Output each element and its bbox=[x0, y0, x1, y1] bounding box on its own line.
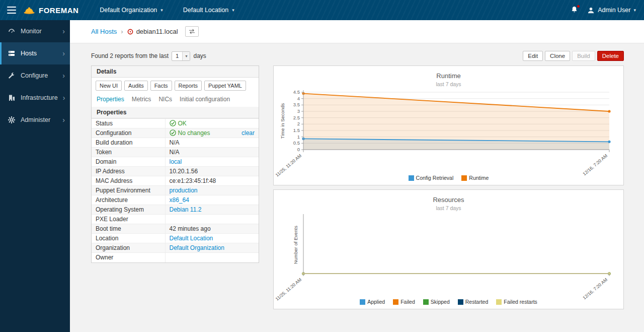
tab-initial-configuration[interactable]: Initial configuration bbox=[180, 96, 230, 103]
reports-found-text: Found 2 reports from the last bbox=[91, 52, 169, 59]
legend-label: Restarted bbox=[465, 299, 489, 305]
legend-item[interactable]: Failed restarts bbox=[496, 299, 537, 305]
property-row: TokenN/A bbox=[92, 148, 259, 157]
resources-chart: 11/25, 11:20 AM12/16, 7:20 AMNumber of E… bbox=[275, 213, 622, 289]
property-label: Domain bbox=[92, 157, 165, 167]
legend-label: Config Retrieval bbox=[416, 175, 454, 181]
report-days-select[interactable]: 1 ▼ bbox=[172, 51, 190, 61]
properties-header: Properties bbox=[92, 107, 259, 118]
legend-item[interactable]: Skipped bbox=[423, 299, 450, 305]
menu-toggle-button[interactable] bbox=[0, 0, 23, 20]
reports-found-suffix: days bbox=[193, 52, 206, 59]
sidebar-item-infrastructure[interactable]: Infrastructure › bbox=[0, 87, 70, 109]
legend-item[interactable]: Runtime bbox=[461, 175, 489, 181]
property-value-link[interactable]: Debian 11.2 bbox=[170, 206, 202, 213]
building-icon bbox=[8, 94, 16, 102]
legend-item[interactable]: Failed bbox=[393, 299, 415, 305]
property-label: Token bbox=[92, 148, 165, 157]
svg-text:0: 0 bbox=[297, 147, 299, 152]
breadcrumb-all-hosts-link[interactable]: All Hosts bbox=[91, 28, 117, 35]
property-row: LocationDefault Location bbox=[92, 234, 259, 243]
sidebar-item-hosts[interactable]: Hosts › bbox=[0, 42, 70, 64]
tab-nics[interactable]: NICs bbox=[158, 96, 172, 103]
chevron-down-icon: ▾ bbox=[232, 8, 234, 13]
property-label: Configuration bbox=[92, 128, 165, 138]
ok-icon bbox=[170, 129, 178, 137]
property-value-link[interactable]: x86_64 bbox=[170, 196, 189, 204]
svg-text:4: 4 bbox=[297, 96, 299, 101]
report-days-value: 1 bbox=[172, 52, 182, 60]
property-label: Location bbox=[92, 234, 165, 243]
svg-text:3.5: 3.5 bbox=[293, 102, 299, 107]
edit-button[interactable]: Edit bbox=[523, 51, 543, 61]
sidebar-item-monitor[interactable]: Monitor › bbox=[0, 20, 70, 42]
details-tabs: Properties Metrics NICs Initial configur… bbox=[92, 94, 259, 107]
property-value-link[interactable]: production bbox=[170, 187, 198, 194]
property-value-link[interactable]: Default Organization bbox=[170, 244, 224, 251]
audits-button[interactable]: Audits bbox=[124, 81, 148, 91]
build-button[interactable]: Build bbox=[572, 51, 595, 61]
property-row: Operating SystemDebian 11.2 bbox=[92, 205, 259, 215]
top-navbar: FOREMAN Default Organization ▾ Default L… bbox=[0, 0, 644, 20]
tab-properties[interactable]: Properties bbox=[97, 96, 124, 103]
legend-swatch bbox=[360, 299, 365, 305]
details-header: Details bbox=[92, 66, 259, 78]
svg-text:1.5: 1.5 bbox=[293, 127, 299, 133]
svg-text:2: 2 bbox=[297, 121, 299, 126]
legend-swatch bbox=[496, 299, 502, 305]
property-value: No changes bbox=[178, 129, 210, 137]
organization-label: Default Organization bbox=[100, 7, 157, 14]
property-row: Puppet Environmentproduction bbox=[92, 186, 259, 195]
puppet-yaml-button[interactable]: Puppet YAML bbox=[204, 81, 246, 91]
legend-item[interactable]: Restarted bbox=[458, 299, 489, 305]
sidebar-item-administer[interactable]: Administer › bbox=[0, 109, 70, 131]
location-switcher[interactable]: Default Location ▾ bbox=[173, 0, 245, 20]
legend-swatch bbox=[423, 299, 429, 305]
runtime-chart-card: Runtime last 7 days 00.511.522.533.544.5… bbox=[273, 65, 624, 185]
property-label: Operating System bbox=[92, 205, 165, 215]
delete-button[interactable]: Delete bbox=[597, 51, 624, 61]
tab-metrics[interactable]: Metrics bbox=[132, 96, 151, 103]
legend-item[interactable]: Config Retrieval bbox=[409, 175, 454, 181]
clear-link[interactable]: clear bbox=[242, 129, 255, 137]
reports-button[interactable]: Reports bbox=[175, 81, 202, 91]
organization-switcher[interactable]: Default Organization ▾ bbox=[90, 0, 173, 20]
property-value-link[interactable]: local bbox=[170, 158, 182, 165]
clone-button[interactable]: Clone bbox=[545, 51, 570, 61]
main-content: All Hosts › debian11.local Found 2 repor… bbox=[70, 20, 644, 332]
sidebar: Monitor › Hosts › Configure › Infrastruc… bbox=[0, 20, 70, 332]
brand[interactable]: FOREMAN bbox=[23, 6, 78, 15]
ui-switcher-button[interactable] bbox=[185, 26, 199, 37]
breadcrumb-current: debian11.local bbox=[127, 28, 178, 35]
legend-label: Applied bbox=[367, 299, 385, 305]
sidebar-item-label: Hosts bbox=[21, 50, 37, 57]
wrench-icon bbox=[8, 72, 16, 80]
properties-table: StatusOKConfigurationNo changesclearBuil… bbox=[92, 118, 259, 262]
property-value-link[interactable]: Default Location bbox=[170, 235, 213, 242]
user-name: Admin User bbox=[598, 7, 630, 14]
property-row: OrganizationDefault Organization bbox=[92, 243, 259, 253]
user-menu[interactable]: Admin User ▾ bbox=[587, 7, 636, 14]
property-label: MAC Address bbox=[92, 176, 165, 186]
legend-item[interactable]: Applied bbox=[360, 299, 385, 305]
notifications-button[interactable] bbox=[567, 5, 582, 16]
property-value: 10.20.1.56 bbox=[170, 168, 198, 175]
chevron-down-icon: ▾ bbox=[160, 8, 163, 13]
property-label: Boot time bbox=[92, 224, 165, 234]
chevron-right-icon: › bbox=[62, 72, 65, 79]
legend-label: Failed restarts bbox=[504, 299, 537, 305]
chart-subtitle: last 7 days bbox=[274, 205, 623, 211]
property-label: IP Address bbox=[92, 167, 165, 176]
sidebar-item-configure[interactable]: Configure › bbox=[0, 64, 70, 87]
foreman-logo-icon bbox=[23, 6, 35, 15]
property-row: Boot time42 minutes ago bbox=[92, 224, 259, 234]
facts-button[interactable]: Facts bbox=[150, 81, 172, 91]
property-value: ce:e1:23:45:1f:48 bbox=[170, 177, 216, 184]
svg-text:Time in Seconds: Time in Seconds bbox=[280, 103, 285, 139]
legend-swatch bbox=[461, 175, 467, 181]
reports-toolbar: Found 2 reports from the last 1 ▼ days E… bbox=[91, 50, 624, 61]
chart-subtitle: last 7 days bbox=[274, 81, 623, 87]
new-ui-button[interactable]: New UI bbox=[96, 81, 122, 91]
property-row: MAC Addressce:e1:23:45:1f:48 bbox=[92, 176, 259, 186]
legend-swatch bbox=[458, 299, 463, 305]
